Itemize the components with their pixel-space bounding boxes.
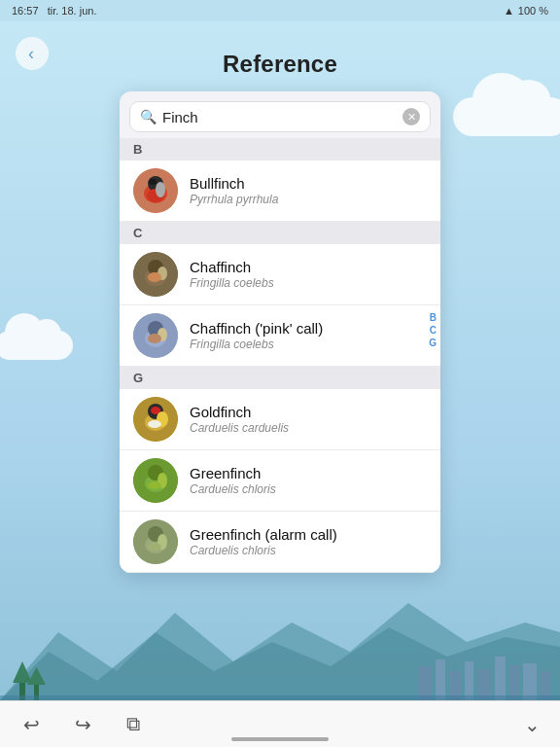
results-list: B Bullfinch Pyrrhula pyrrhula bbox=[120, 138, 440, 573]
result-name: Chaffinch bbox=[190, 259, 427, 275]
main-area: ‹ Reference 🔍 ✕ B bbox=[0, 21, 560, 700]
redo-button[interactable]: ↪ bbox=[71, 709, 95, 740]
svg-point-20 bbox=[156, 182, 165, 197]
home-indicator bbox=[231, 737, 329, 741]
result-latin: Fringilla coelebs bbox=[190, 338, 427, 351]
svg-point-21 bbox=[149, 179, 157, 185]
search-bar[interactable]: 🔍 ✕ bbox=[129, 101, 431, 132]
result-name: Goldfinch bbox=[190, 404, 427, 420]
result-latin: Pyrrhula pyrrhula bbox=[190, 193, 427, 206]
time-display: 16:57 bbox=[12, 5, 39, 17]
svg-point-42 bbox=[148, 481, 161, 489]
section-header-g: G bbox=[120, 367, 440, 389]
bird-avatar-bullfinch bbox=[133, 168, 178, 213]
result-text-greenfinch-alarm: Greenfinch (alarm call) Carduelis chlori… bbox=[190, 526, 427, 557]
search-panel: 🔍 ✕ B bbox=[120, 91, 440, 573]
result-latin: Carduelis chloris bbox=[190, 482, 427, 496]
index-letter-c[interactable]: C bbox=[429, 325, 437, 336]
result-text-goldfinch: Goldfinch Carduelis carduelis bbox=[190, 404, 427, 435]
list-item[interactable]: Greenfinch Carduelis chloris bbox=[120, 450, 440, 512]
result-latin: Carduelis carduelis bbox=[190, 421, 427, 435]
svg-point-37 bbox=[148, 420, 161, 428]
result-latin: Carduelis chloris bbox=[190, 544, 427, 557]
list-item[interactable]: Chaffinch ('pink' call) Fringilla coeleb… bbox=[120, 305, 440, 367]
result-name: Greenfinch bbox=[190, 465, 427, 481]
bird-avatar-chaffinch-pink bbox=[133, 313, 178, 358]
back-chevron-icon: ‹ bbox=[28, 44, 34, 64]
index-letter-g[interactable]: G bbox=[429, 338, 437, 348]
clear-icon: ✕ bbox=[407, 112, 416, 123]
bird-avatar-greenfinch-alarm bbox=[133, 519, 178, 564]
bird-avatar-chaffinch bbox=[133, 252, 178, 297]
status-bar: 16:57 tir. 18. jun. ▲ 100 % bbox=[0, 0, 560, 21]
index-sidebar: B C G bbox=[429, 312, 440, 348]
battery-display: 100 % bbox=[518, 5, 548, 17]
result-text-chaffinch: Chaffinch Fringilla coelebs bbox=[190, 259, 427, 290]
bottom-toolbar: ↩ ↪ ⧉ ⌄ bbox=[0, 700, 560, 747]
svg-point-26 bbox=[148, 272, 161, 282]
chevron-down-button[interactable]: ⌄ bbox=[524, 713, 541, 736]
section-header-c: C bbox=[120, 222, 440, 244]
wifi-icon: ▲ bbox=[504, 5, 514, 17]
svg-point-31 bbox=[148, 334, 161, 343]
page-title: Reference bbox=[223, 51, 337, 78]
list-item[interactable]: Bullfinch Pyrrhula pyrrhula bbox=[120, 160, 440, 222]
result-latin: Fringilla coelebs bbox=[190, 276, 427, 290]
bird-avatar-greenfinch bbox=[133, 458, 178, 503]
svg-point-47 bbox=[148, 543, 161, 551]
result-text-chaffinch-pink: Chaffinch ('pink' call) Fringilla coeleb… bbox=[190, 320, 427, 351]
result-name: Chaffinch ('pink' call) bbox=[190, 320, 427, 337]
status-time: 16:57 tir. 18. jun. bbox=[12, 5, 96, 17]
list-item[interactable]: Chaffinch Fringilla coelebs bbox=[120, 244, 440, 305]
date-display: tir. 18. jun. bbox=[48, 5, 97, 17]
section-header-b: B bbox=[120, 138, 440, 160]
search-clear-button[interactable]: ✕ bbox=[402, 108, 420, 125]
list-item[interactable]: Greenfinch (alarm call) Carduelis chlori… bbox=[120, 512, 440, 573]
result-name: Greenfinch (alarm call) bbox=[190, 526, 427, 543]
back-button[interactable]: ‹ bbox=[16, 37, 49, 70]
result-text-bullfinch: Bullfinch Pyrrhula pyrrhula bbox=[190, 175, 427, 206]
status-right: ▲ 100 % bbox=[504, 5, 548, 17]
list-item[interactable]: Goldfinch Carduelis carduelis bbox=[120, 389, 440, 450]
search-input[interactable] bbox=[162, 109, 397, 125]
copy-button[interactable]: ⧉ bbox=[122, 709, 144, 739]
undo-button[interactable]: ↩ bbox=[19, 709, 44, 740]
index-letter-b[interactable]: B bbox=[429, 312, 437, 323]
search-icon: 🔍 bbox=[140, 109, 157, 124]
result-text-greenfinch: Greenfinch Carduelis chloris bbox=[190, 465, 427, 496]
result-name: Bullfinch bbox=[190, 175, 427, 192]
bird-avatar-goldfinch bbox=[133, 397, 178, 442]
